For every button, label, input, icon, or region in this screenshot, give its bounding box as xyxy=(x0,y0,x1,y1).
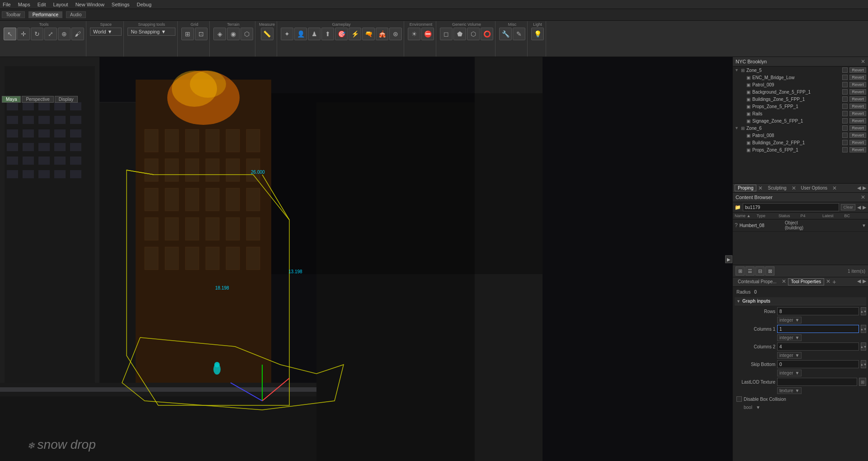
viewport-tab-display[interactable]: Display xyxy=(55,96,78,103)
outliner-bld-zone2[interactable]: ▣ Buildings_Zone_2_FPP_1 Revert xyxy=(733,139,868,146)
gameplay-btn8[interactable]: 🎪 xyxy=(376,28,388,40)
gameplay-btn1[interactable]: ✦ xyxy=(281,28,293,40)
gv-btn3[interactable]: ⬡ xyxy=(467,28,480,40)
bgzone5-revert[interactable]: Revert xyxy=(849,89,866,95)
outliner-bg-zone5[interactable]: ▣ Background_Zone_5_FPP_1 Revert xyxy=(733,88,868,95)
enc-revert[interactable]: Revert xyxy=(849,75,866,80)
cb-col-type[interactable]: Type xyxy=(757,214,779,218)
toolprops-close[interactable]: ✕ xyxy=(826,278,830,285)
menu-maps[interactable]: Maps xyxy=(18,2,30,7)
gameplay-btn3[interactable]: ♟ xyxy=(308,28,321,40)
cb-col-latest[interactable]: Latest xyxy=(822,214,844,218)
propszone5-revert[interactable]: Revert xyxy=(849,104,866,109)
terrain-btn1[interactable]: ◈ xyxy=(213,28,226,40)
cb-close[interactable]: ✕ xyxy=(861,194,865,200)
tab-sculpting[interactable]: Sculpting xyxy=(764,185,789,191)
terrain-btn2[interactable]: ◉ xyxy=(227,28,240,40)
col1-spinner[interactable]: ▲▼ xyxy=(861,325,866,333)
gv-btn2[interactable]: ⬟ xyxy=(453,28,466,40)
gameplay-btn4[interactable]: ⬆ xyxy=(321,28,334,40)
bool-spinner[interactable]: ▼ xyxy=(756,405,760,410)
rails-revert[interactable]: Revert xyxy=(849,111,866,116)
col2-type-spinner[interactable]: ▼ xyxy=(795,353,800,358)
env-btn1[interactable]: ☀ xyxy=(408,28,420,40)
panel-row-nav-right[interactable]: ▶ xyxy=(863,185,866,191)
signagezone5-revert[interactable]: Revert xyxy=(849,118,866,124)
zone5-box[interactable] xyxy=(842,67,848,73)
cb-nav-next[interactable]: ▶ xyxy=(863,204,866,210)
outliner-zone6[interactable]: ▼ ⊞ Zone_6 Revert xyxy=(733,124,868,132)
add-panel-button[interactable]: + xyxy=(832,278,836,285)
tool-paint[interactable]: 🖌 xyxy=(71,28,84,40)
measure-btn[interactable]: 📏 xyxy=(261,28,274,40)
propszone6-revert[interactable]: Revert xyxy=(849,147,866,152)
cb-col-name[interactable]: Name xyxy=(735,214,757,218)
gameplay-btn9[interactable]: ⊛ xyxy=(389,28,402,40)
bldzone5-box[interactable] xyxy=(842,96,848,102)
tool-rotate[interactable]: ↻ xyxy=(31,28,43,40)
misc-btn1[interactable]: 🔧 xyxy=(499,28,512,40)
menu-settings[interactable]: Settings xyxy=(112,2,130,7)
viewport-nav-arrow[interactable]: ▶ xyxy=(725,255,732,263)
tab-proping[interactable]: Proping xyxy=(735,185,756,191)
tab-tool-properties[interactable]: Tool Properties xyxy=(788,278,825,285)
misc-btn2[interactable]: ✎ xyxy=(513,28,525,40)
outliner-props-zone5[interactable]: ▣ Props_Zone_5_FPP_1 Revert xyxy=(733,103,868,110)
outliner-rails[interactable]: ▣ Rails Revert xyxy=(733,110,868,117)
tool-nav-right[interactable]: ▶ xyxy=(863,278,866,285)
menu-debug[interactable]: Debug xyxy=(137,2,151,7)
rows-type-spinner[interactable]: ▼ xyxy=(795,318,800,323)
viewport-tab-maya[interactable]: Maya xyxy=(2,96,21,103)
viewport-tab-perspective[interactable]: Perspective xyxy=(22,96,53,103)
tool-scale[interactable]: ⤢ xyxy=(44,28,57,40)
rows-spinner[interactable]: ▲▼ xyxy=(861,307,866,315)
outliner-patrol008[interactable]: ▣ Patrol_008 Revert xyxy=(733,132,868,139)
gameplay-btn7[interactable]: 🔫 xyxy=(362,28,375,40)
menu-file[interactable]: File xyxy=(3,2,11,7)
env-btn2[interactable]: ⛔ xyxy=(421,28,434,40)
view-btn-grid[interactable]: ⊞ xyxy=(736,266,745,276)
tool-move[interactable]: ✛ xyxy=(17,28,30,40)
skip-bottom-type-spinner[interactable]: ▼ xyxy=(795,371,800,375)
bldzone2-box[interactable] xyxy=(842,140,848,145)
lastlod-type-spinner[interactable]: ▼ xyxy=(795,388,800,393)
outliner-props-zone6[interactable]: ▣ Props_Zone_6_FPP_1 Revert xyxy=(733,146,868,153)
outliner-content[interactable]: ▼ ⊞ Zone_5 Revert ▣ ENC_M_Bridge_Low Rev… xyxy=(733,67,868,183)
view-btn-col3[interactable]: ⊟ xyxy=(755,266,764,276)
bldzone2-revert[interactable]: Revert xyxy=(849,140,866,145)
world-dropdown[interactable]: World ▼ xyxy=(90,28,122,36)
view-btn-list[interactable]: ☰ xyxy=(745,266,755,276)
disable-box-collision-checkbox[interactable] xyxy=(736,396,742,402)
viewport[interactable]: 26.000 13.198 18.198 Maya Perspective Di… xyxy=(0,57,732,461)
gv-btn4[interactable]: ⭕ xyxy=(481,28,493,40)
terrain-btn3[interactable]: ⬡ xyxy=(241,28,253,40)
lastlod-input[interactable] xyxy=(777,378,857,386)
menu-layout[interactable]: Layout xyxy=(53,2,68,7)
menu-new-window[interactable]: New Window xyxy=(75,2,104,7)
rails-box[interactable] xyxy=(842,111,848,116)
cb-nav-prev[interactable]: ◀ xyxy=(857,204,861,210)
bldzone5-revert[interactable]: Revert xyxy=(849,96,866,102)
outliner-close[interactable]: ✕ xyxy=(861,58,865,65)
cb-row-dropdown[interactable]: ▼ xyxy=(862,223,866,228)
tab-user-options[interactable]: User Options xyxy=(798,185,830,191)
propszone6-box[interactable] xyxy=(842,147,848,152)
zone6-revert[interactable]: Revert xyxy=(849,125,866,131)
expand-zone6[interactable]: ▼ xyxy=(735,126,739,130)
sculpting-close[interactable]: ✕ xyxy=(792,185,796,191)
gameplay-btn5[interactable]: 🎯 xyxy=(335,28,348,40)
col1-type-spinner[interactable]: ▼ xyxy=(795,335,800,340)
outliner-bld-zone5[interactable]: ▣ Buildings_Zone_5_FPP_1 Revert xyxy=(733,95,868,103)
view-btn-col4[interactable]: ⊠ xyxy=(765,266,774,276)
zone6-box[interactable] xyxy=(842,125,848,131)
patrol009-box[interactable] xyxy=(842,82,848,87)
enc-box[interactable] xyxy=(842,75,848,80)
grid-btn1[interactable]: ⊞ xyxy=(181,28,194,40)
signagezone5-box[interactable] xyxy=(842,118,848,124)
tab-contextual-props[interactable]: Contextual Prope... xyxy=(735,278,780,285)
col2-spinner[interactable]: ▲▼ xyxy=(861,342,866,351)
user-options-close[interactable]: ✕ xyxy=(832,185,837,191)
toolbar-tab-toolbar[interactable]: Toolbar xyxy=(2,11,25,18)
outliner-zone5[interactable]: ▼ ⊞ Zone_5 Revert xyxy=(733,67,868,74)
menu-edit[interactable]: Edit xyxy=(38,2,46,7)
